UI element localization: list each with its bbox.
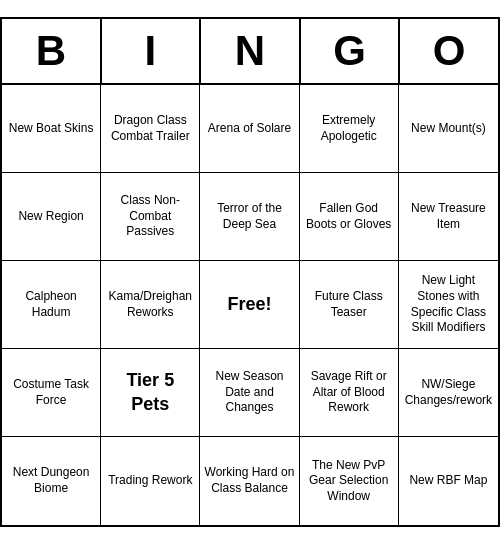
bingo-cell: Trading Rework bbox=[101, 437, 200, 525]
bingo-cell: New Region bbox=[2, 173, 101, 261]
bingo-cell: Calpheon Hadum bbox=[2, 261, 101, 349]
bingo-cell: Future Class Teaser bbox=[300, 261, 399, 349]
bingo-cell: New Mount(s) bbox=[399, 85, 498, 173]
bingo-cell: New Boat Skins bbox=[2, 85, 101, 173]
bingo-grid: New Boat SkinsDragon Class Combat Traile… bbox=[2, 85, 498, 525]
bingo-cell: Working Hard on Class Balance bbox=[200, 437, 299, 525]
bingo-cell: Terror of the Deep Sea bbox=[200, 173, 299, 261]
bingo-cell: New Season Date and Changes bbox=[200, 349, 299, 437]
bingo-cell: The New PvP Gear Selection Window bbox=[300, 437, 399, 525]
bingo-cell: Dragon Class Combat Trailer bbox=[101, 85, 200, 173]
bingo-cell: Costume Task Force bbox=[2, 349, 101, 437]
bingo-cell: New Light Stones with Specific Class Ski… bbox=[399, 261, 498, 349]
bingo-cell: New RBF Map bbox=[399, 437, 498, 525]
header-letter: I bbox=[102, 19, 202, 83]
bingo-card: BINGO New Boat SkinsDragon Class Combat … bbox=[0, 17, 500, 527]
header-letter: B bbox=[2, 19, 102, 83]
bingo-cell: Extremely Apologetic bbox=[300, 85, 399, 173]
bingo-cell: Next Dungeon Biome bbox=[2, 437, 101, 525]
bingo-cell: Arena of Solare bbox=[200, 85, 299, 173]
header-letter: N bbox=[201, 19, 301, 83]
bingo-cell: Free! bbox=[200, 261, 299, 349]
bingo-cell: Savage Rift or Altar of Blood Rework bbox=[300, 349, 399, 437]
bingo-cell: Kama/Dreighan Reworks bbox=[101, 261, 200, 349]
bingo-cell: New Treasure Item bbox=[399, 173, 498, 261]
bingo-cell: Fallen God Boots or Gloves bbox=[300, 173, 399, 261]
header-letter: G bbox=[301, 19, 401, 83]
bingo-header: BINGO bbox=[2, 19, 498, 85]
bingo-cell: Class Non-Combat Passives bbox=[101, 173, 200, 261]
header-letter: O bbox=[400, 19, 498, 83]
bingo-cell: NW/Siege Changes/rework bbox=[399, 349, 498, 437]
bingo-cell: Tier 5 Pets bbox=[101, 349, 200, 437]
